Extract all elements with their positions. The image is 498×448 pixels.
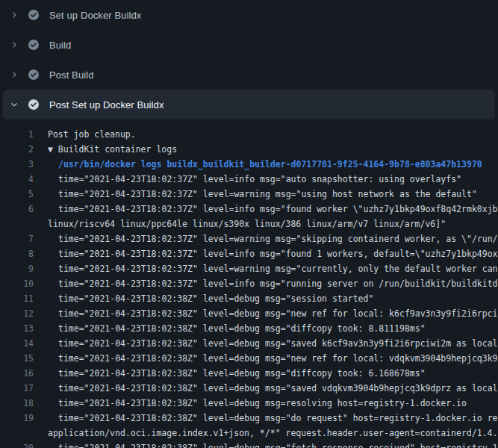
line-number[interactable]: 8 [0, 246, 34, 261]
log-text: time="2021-04-23T18:02:38Z" level=debug … [34, 306, 498, 321]
log-text: time="2021-04-23T18:02:37Z" level=info m… [34, 172, 461, 187]
log-line: 11 time="2021-04-23T18:02:38Z" level=deb… [0, 291, 498, 306]
check-circle-icon [28, 10, 39, 20]
step-row-post-build[interactable]: Post Build [3, 60, 495, 90]
log-line: 7 time="2021-04-23T18:02:37Z" level=warn… [0, 231, 498, 246]
line-number[interactable]: 11 [0, 291, 34, 306]
log-text: time="2021-04-23T18:02:38Z" level=debug … [34, 366, 426, 381]
log-line: 4 time="2021-04-23T18:02:37Z" level=info… [0, 172, 498, 187]
chevron-right-icon [10, 40, 19, 49]
log-group-header[interactable]: 2 ▼ BuildKit container logs [0, 142, 498, 157]
step-label: Post Set up Docker Buildx [49, 99, 164, 111]
line-number[interactable]: 19 [0, 411, 34, 426]
log-line: 16 time="2021-04-23T18:02:38Z" level=deb… [0, 366, 498, 381]
line-number[interactable]: 14 [0, 336, 34, 351]
line-number [0, 426, 34, 441]
step-row-set-up-docker-buildx[interactable]: Set up Docker Buildx [3, 0, 495, 30]
log-text: time="2021-04-23T18:02:37Z" level=info m… [34, 276, 498, 291]
line-number[interactable]: 9 [0, 261, 34, 276]
log-text: time="2021-04-23T18:02:37Z" level=info m… [34, 202, 498, 217]
line-number[interactable]: 15 [0, 351, 34, 366]
log-text: time="2021-04-23T18:02:38Z" level=debug … [34, 441, 498, 448]
line-number[interactable]: 4 [0, 172, 34, 187]
log-text: time="2021-04-23T18:02:38Z" level=debug … [34, 396, 467, 411]
log-line: 19 time="2021-04-23T18:02:38Z" level=deb… [0, 411, 498, 426]
line-number[interactable]: 6 [0, 202, 34, 217]
log-line: 5 time="2021-04-23T18:02:37Z" level=warn… [0, 187, 498, 202]
step-label: Build [49, 40, 71, 51]
log-text: time="2021-04-23T18:02:37Z" level=warnin… [34, 187, 477, 202]
log-line-command: 3 /usr/bin/docker logs buildx_buildkit_b… [0, 157, 498, 172]
log-text: time="2021-04-23T18:02:38Z" level=debug … [34, 381, 498, 396]
log-line: 20 time="2021-04-23T18:02:38Z" level=deb… [0, 441, 498, 448]
check-circle-icon [28, 69, 39, 80]
chevron-right-icon [10, 10, 19, 19]
log-line: 14 time="2021-04-23T18:02:38Z" level=deb… [0, 336, 498, 351]
log-text: time="2021-04-23T18:02:37Z" level=warnin… [34, 231, 498, 246]
step-row-build[interactable]: Build [3, 30, 495, 60]
log-line: 13 time="2021-04-23T18:02:38Z" level=deb… [0, 321, 498, 336]
check-circle-icon [28, 99, 39, 110]
log-line-continuation: linux/riscv64 linux/ppc64le linux/s390x … [0, 217, 498, 231]
log-line: 8 time="2021-04-23T18:02:37Z" level=info… [0, 246, 498, 261]
line-number[interactable]: 5 [0, 187, 34, 202]
log-text: time="2021-04-23T18:02:38Z" level=debug … [34, 411, 498, 426]
chevron-down-icon [10, 100, 19, 109]
log-text: time="2021-04-23T18:02:37Z" level=info m… [34, 246, 498, 261]
check-circle-icon [28, 40, 39, 50]
log-text: time="2021-04-23T18:02:37Z" level=warnin… [34, 261, 498, 276]
line-number[interactable]: 10 [0, 276, 34, 291]
log-line-continuation: application/vnd.oci.image.index.v1+json,… [0, 426, 498, 441]
log-text: time="2021-04-23T18:02:38Z" level=debug … [34, 321, 426, 336]
log-line: 10 time="2021-04-23T18:02:37Z" level=inf… [0, 276, 498, 291]
line-number[interactable]: 16 [0, 366, 34, 381]
line-number[interactable]: 3 [0, 157, 34, 172]
log-text: Post job cleanup. [34, 127, 136, 142]
line-number[interactable]: 7 [0, 231, 34, 246]
log-group-toggle-text[interactable]: ▼ BuildKit container logs [34, 142, 177, 157]
log-line: 9 time="2021-04-23T18:02:37Z" level=warn… [0, 261, 498, 276]
log-line: 6 time="2021-04-23T18:02:37Z" level=info… [0, 202, 498, 217]
line-number[interactable]: 13 [0, 321, 34, 336]
steps-panel: Set up Docker Buildx Build Post Build Po… [0, 0, 498, 119]
log-line: 18 time="2021-04-23T18:02:38Z" level=deb… [0, 396, 498, 411]
line-number[interactable]: 17 [0, 381, 34, 396]
log-text: time="2021-04-23T18:02:38Z" level=debug … [34, 336, 498, 351]
log-command-text: /usr/bin/docker logs buildx_buildkit_bui… [34, 157, 482, 172]
log-text: application/vnd.oci.image.index.v1+json,… [34, 426, 497, 441]
log-panel: 1 Post job cleanup. 2 ▼ BuildKit contain… [0, 119, 498, 448]
log-text: time="2021-04-23T18:02:38Z" level=debug … [34, 291, 373, 306]
line-number[interactable]: 1 [0, 127, 34, 142]
line-number[interactable]: 12 [0, 306, 34, 321]
log-text: time="2021-04-23T18:02:38Z" level=debug … [34, 351, 498, 366]
step-label: Set up Docker Buildx [49, 10, 141, 21]
log-line: 15 time="2021-04-23T18:02:38Z" level=deb… [0, 351, 498, 366]
log-line: 17 time="2021-04-23T18:02:38Z" level=deb… [0, 381, 498, 396]
line-number[interactable]: 18 [0, 396, 34, 411]
log-line: 12 time="2021-04-23T18:02:38Z" level=deb… [0, 306, 498, 321]
line-number [0, 217, 34, 231]
log-line: 1 Post job cleanup. [0, 127, 498, 142]
chevron-right-icon [10, 70, 19, 79]
line-number[interactable]: 2 [0, 142, 34, 157]
line-number[interactable]: 20 [0, 441, 34, 448]
step-row-post-set-up-docker-buildx[interactable]: Post Set up Docker Buildx [3, 90, 495, 119]
step-label: Post Build [49, 69, 94, 81]
log-text: linux/riscv64 linux/ppc64le linux/s390x … [34, 217, 446, 231]
